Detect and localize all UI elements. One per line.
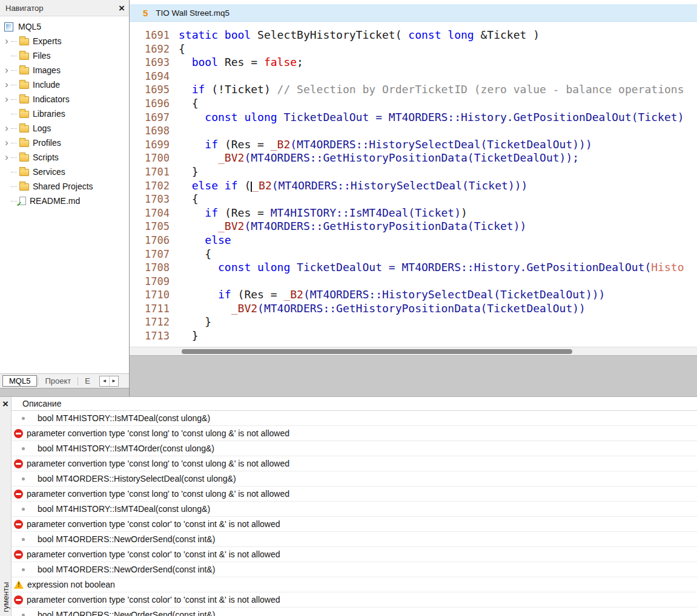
line-number[interactable]: 1700 xyxy=(130,151,170,165)
code-line[interactable]: 1706 else xyxy=(130,234,697,247)
line-number[interactable]: 1713 xyxy=(130,329,170,343)
code-line[interactable]: 1704 if (Res = MT4HISTORY::IsMT4Deal(Tic… xyxy=(130,206,697,220)
code-line[interactable]: 1699 if (Res = _B2(MT4ORDERS::HistorySel… xyxy=(130,138,697,152)
tree-item-label: MQL5 xyxy=(18,22,41,31)
code-line[interactable]: 1711 _BV2(MT4ORDERS::GetHistoryPositionD… xyxy=(130,302,697,316)
code-line[interactable]: 1691static bool SelectByHistoryTicket( c… xyxy=(130,28,697,42)
problem-row-error[interactable]: parameter convertion type 'const long' t… xyxy=(12,426,697,441)
line-number[interactable]: 1708 xyxy=(130,261,170,275)
problem-row-info[interactable]: bool MT4HISTORY::IsMT4Order(const ulong&… xyxy=(12,441,697,456)
line-number[interactable]: 1694 xyxy=(130,70,170,84)
line-number[interactable]: 1705 xyxy=(130,220,170,234)
tree-item-profiles[interactable]: ›Profiles xyxy=(0,136,129,150)
line-number[interactable]: 1699 xyxy=(130,138,170,152)
tree-item-shared-projects[interactable]: Shared Projects xyxy=(0,179,129,194)
tree-item-label: README.md xyxy=(30,196,80,206)
tree-item-readme-md[interactable]: ✓README.md xyxy=(0,194,129,208)
tree-item-logs[interactable]: ›Logs xyxy=(0,121,129,136)
horizontal-scrollbar[interactable] xyxy=(130,347,697,355)
file-tab[interactable]: 5 TIO Wall Street.mq5 xyxy=(130,4,230,21)
code-line[interactable]: 1703 { xyxy=(130,192,697,206)
problem-row-error[interactable]: parameter convertion type 'const color' … xyxy=(12,517,697,532)
problem-row-info[interactable]: bool MT4ORDERS::NewOrderSend(const int&) xyxy=(12,532,697,547)
code-line[interactable]: 1694 xyxy=(130,70,697,84)
line-number[interactable]: 1696 xyxy=(130,97,170,111)
problem-row-info[interactable]: bool MT4ORDERS::NewOrderSend(const int&) xyxy=(12,608,697,616)
line-number[interactable]: 1711 xyxy=(130,302,170,316)
code-line[interactable]: 1707 { xyxy=(130,247,697,261)
code-line[interactable]: 1692{ xyxy=(130,42,697,56)
toolbox-tab-arguments[interactable]: гументы xyxy=(1,582,10,612)
code-line[interactable]: 1698 xyxy=(130,124,697,138)
problem-row-info[interactable]: bool MT4HISTORY::IsMT4Deal(const ulong&) xyxy=(12,411,697,426)
problem-row-error[interactable]: parameter convertion type 'const long' t… xyxy=(12,487,697,502)
warning-icon xyxy=(14,580,24,589)
line-number[interactable]: 1710 xyxy=(130,288,170,302)
tree-item-experts[interactable]: ›Experts xyxy=(0,34,129,48)
code-line[interactable]: 1708 const ulong TicketDealOut = MT4ORDE… xyxy=(130,261,697,275)
scrollbar-thumb[interactable] xyxy=(182,349,572,354)
chevron-right-icon[interactable]: › xyxy=(2,152,11,162)
tab-project[interactable]: Проект xyxy=(39,375,77,387)
line-number[interactable]: 1709 xyxy=(130,275,170,289)
tree-item-label: Files xyxy=(33,51,51,61)
line-number[interactable]: 1691 xyxy=(130,28,170,42)
code-line[interactable]: 1712 } xyxy=(130,315,697,329)
line-number[interactable]: 1707 xyxy=(130,247,170,261)
code-line[interactable]: 1697 const ulong TicketDealOut = MT4ORDE… xyxy=(130,111,697,125)
tree-item-files[interactable]: Files xyxy=(0,48,129,63)
error-icon xyxy=(14,429,23,438)
tree-item-scripts[interactable]: ›Scripts xyxy=(0,150,129,165)
problem-row-error[interactable]: parameter convertion type 'const long' t… xyxy=(12,456,697,471)
scroll-left-icon[interactable]: ◄ xyxy=(100,376,109,386)
problem-row-info[interactable]: bool MT4ORDERS::NewOrderSend(const int&) xyxy=(12,562,697,577)
code-text: if (!Ticket) // Selection by OrderTicket… xyxy=(179,83,684,97)
tree-item-images[interactable]: ›Images xyxy=(0,63,129,77)
close-icon[interactable]: × xyxy=(119,3,125,13)
problem-text: parameter convertion type 'const long' t… xyxy=(27,428,289,438)
line-number[interactable]: 1695 xyxy=(130,83,170,97)
scroll-right-icon[interactable]: ► xyxy=(109,376,118,386)
chevron-right-icon[interactable]: › xyxy=(2,123,11,133)
chevron-right-icon[interactable]: › xyxy=(2,36,11,46)
tree-item-indicators[interactable]: ›Indicators xyxy=(0,92,129,106)
chevron-right-icon[interactable]: › xyxy=(2,94,11,104)
code-line[interactable]: 1705 _BV2(MT4ORDERS::GetHistoryPositionD… xyxy=(130,220,697,234)
tree-item-mql5[interactable]: MQL5 xyxy=(0,19,129,34)
code-line[interactable]: 1696 { xyxy=(130,97,697,111)
line-number[interactable]: 1701 xyxy=(130,165,170,179)
code-area[interactable]: 1691static bool SelectByHistoryTicket( c… xyxy=(130,22,697,347)
code-line[interactable]: 1693 bool Res = false; xyxy=(130,56,697,70)
line-number[interactable]: 1706 xyxy=(130,234,170,247)
problem-row-warning[interactable]: expression not boolean xyxy=(12,577,697,592)
problem-row-info[interactable]: bool MT4ORDERS::HistorySelectDeal(const … xyxy=(12,471,697,487)
line-number[interactable]: 1712 xyxy=(130,315,170,329)
line-number[interactable]: 1703 xyxy=(130,192,170,206)
code-line[interactable]: 1710 if (Res = _B2(MT4ORDERS::HistorySel… xyxy=(130,288,697,302)
chevron-right-icon[interactable]: › xyxy=(2,65,11,75)
tree-item-include[interactable]: ›Include xyxy=(0,77,129,92)
chevron-right-icon[interactable]: › xyxy=(2,80,11,90)
close-icon[interactable]: × xyxy=(2,399,8,409)
line-number[interactable]: 1702 xyxy=(130,179,170,193)
tree-item-libraries[interactable]: Libraries xyxy=(0,106,129,121)
tab-truncated[interactable]: Е xyxy=(79,375,96,387)
chevron-right-icon[interactable]: › xyxy=(2,138,11,148)
line-number[interactable]: 1697 xyxy=(130,111,170,125)
tab-mql5[interactable]: MQL5 xyxy=(2,375,37,387)
tree-item-services[interactable]: Services xyxy=(0,165,129,179)
problem-row-error[interactable]: parameter convertion type 'const color' … xyxy=(12,547,697,562)
line-number[interactable]: 1698 xyxy=(130,124,170,138)
tree-item-label: Libraries xyxy=(33,109,65,119)
code-line[interactable]: 1700 _BV2(MT4ORDERS::GetHistoryPositionD… xyxy=(130,151,697,165)
code-line[interactable]: 1702 else if (_B2(MT4ORDERS::HistorySele… xyxy=(130,179,697,193)
line-number[interactable]: 1693 xyxy=(130,56,170,70)
code-line[interactable]: 1695 if (!Ticket) // Selection by OrderT… xyxy=(130,83,697,97)
code-line[interactable]: 1713 } xyxy=(130,329,697,343)
line-number[interactable]: 1692 xyxy=(130,42,170,56)
code-line[interactable]: 1701 } xyxy=(130,165,697,179)
problem-row-info[interactable]: bool MT4HISTORY::IsMT4Deal(const ulong&) xyxy=(12,502,697,517)
line-number[interactable]: 1704 xyxy=(130,206,170,220)
code-line[interactable]: 1709 xyxy=(130,275,697,289)
problem-row-error[interactable]: parameter convertion type 'const color' … xyxy=(12,592,697,608)
